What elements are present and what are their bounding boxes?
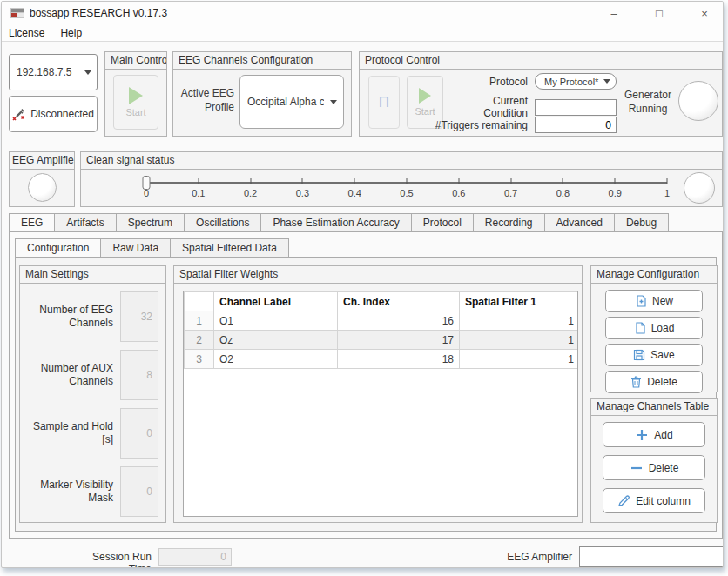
spatial-filter-cell[interactable]: 1 xyxy=(460,311,579,331)
new-button[interactable]: New xyxy=(605,290,703,312)
current-condition-field[interactable] xyxy=(535,99,617,116)
chevron-down-icon xyxy=(84,70,91,75)
slider-tick xyxy=(615,178,616,184)
eeg-tab-content: Configuration Raw Data Spatial Filtered … xyxy=(9,231,723,539)
eeg-channels-config-panel: EEG Channels Configuration Active EEG Pr… xyxy=(172,51,352,137)
spatial-filter-weights-title: Spatial Filter Weights xyxy=(174,266,582,284)
slider-tick xyxy=(667,178,668,184)
slider-tick-label: 1 xyxy=(664,188,670,198)
subtab-raw-data[interactable]: Raw Data xyxy=(101,238,171,258)
ip-address-combobox[interactable]: 192.168.7.5 xyxy=(9,54,98,90)
channel-label-header: Channel Label xyxy=(214,292,338,311)
tab-advanced[interactable]: Advanced xyxy=(545,213,615,232)
manage-configuration-title: Manage Configuration xyxy=(591,266,717,284)
slider-tick xyxy=(510,178,511,184)
protocol-dropdown-arrow[interactable] xyxy=(598,79,616,84)
eeg-amplifier-lamp xyxy=(28,173,57,202)
trigger-pulse-button[interactable]: Π xyxy=(368,76,400,129)
delete-row-button[interactable]: Delete xyxy=(603,455,705,480)
add-row-button[interactable]: Add xyxy=(603,422,705,447)
ch-index-cell[interactable]: 17 xyxy=(338,331,460,350)
spatial-filter-1-header: Spatial Filter 1 xyxy=(460,292,579,311)
ip-dropdown-arrow[interactable] xyxy=(78,55,97,90)
slider-tick-label: 0.4 xyxy=(348,188,361,198)
slider-tick-label: 0.2 xyxy=(244,188,257,198)
slider-tick-label: 0.1 xyxy=(192,188,205,198)
minimize-button[interactable]: – xyxy=(604,7,624,20)
eeg-channels-config-title: EEG Channels Configuration xyxy=(173,52,351,70)
play-icon xyxy=(129,87,143,104)
channel-label-cell[interactable]: O2 xyxy=(214,350,338,369)
tab-recording[interactable]: Recording xyxy=(474,213,545,232)
slider-tick xyxy=(563,178,563,184)
slider-knob[interactable] xyxy=(143,176,151,190)
close-button[interactable]: × xyxy=(695,7,714,20)
tab-protocol[interactable]: Protocol xyxy=(412,213,474,232)
tab-artifacts[interactable]: Artifacts xyxy=(55,213,116,232)
manage-configuration-panel: Manage Configuration New xyxy=(590,265,718,392)
chevron-down-icon xyxy=(330,100,337,104)
slider-tick-label: 0.5 xyxy=(400,188,413,198)
load-document-icon xyxy=(634,322,646,334)
table-header-row: Channel Label Ch. Index Spatial Filter 1 xyxy=(185,292,579,311)
row-number: 3 xyxy=(185,350,214,369)
slider-tick xyxy=(302,178,303,184)
channels-table: Channel Label Ch. Index Spatial Filter 1… xyxy=(183,291,578,517)
main-tab-group: EEG Artifacts Spectrum Oscillations Phas… xyxy=(9,213,723,539)
load-button[interactable]: Load xyxy=(605,317,703,339)
channel-label-cell[interactable]: O1 xyxy=(214,311,338,331)
chevron-down-icon xyxy=(603,79,610,84)
channel-label-cell[interactable]: Oz xyxy=(214,331,338,350)
sample-hold-field: 0 xyxy=(120,408,158,459)
load-button-label: Load xyxy=(651,322,675,334)
triggers-remaining-field[interactable] xyxy=(535,117,617,133)
tab-oscillations[interactable]: Oscillations xyxy=(185,213,261,232)
footer-eeg-amplifier-field[interactable] xyxy=(579,546,724,567)
edit-column-button[interactable]: Edit column xyxy=(603,488,705,513)
main-control-title: Main Control xyxy=(105,52,166,70)
new-document-icon xyxy=(635,295,647,307)
maximize-button[interactable]: □ xyxy=(650,7,669,20)
protocol-control-title: Protocol Control xyxy=(360,52,722,70)
app-icon xyxy=(10,8,24,18)
eeg-amplifier-title: EEG Amplifier xyxy=(10,152,74,170)
table-row: 1 O1 16 1 xyxy=(185,311,579,331)
profile-dropdown-arrow[interactable] xyxy=(324,76,343,128)
ch-index-cell[interactable]: 16 xyxy=(338,311,460,331)
plus-icon xyxy=(635,428,649,442)
title-bar: bossapp RESEARCH v0.17.3 – □ × xyxy=(2,2,723,24)
connection-status-label: Disconnected xyxy=(30,108,94,120)
tab-phase-estimation-accuracy[interactable]: Phase Estimation Accuracy xyxy=(261,213,411,232)
generator-running-label: Generator Running xyxy=(621,89,675,116)
ch-index-cell[interactable]: 18 xyxy=(338,350,460,369)
clean-signal-slider[interactable]: 0 0.1 0.2 0.3 0.4 0.5 0.6 0.7 0.8 0.9 1 xyxy=(146,170,667,206)
ch-index-header: Ch. Index xyxy=(338,292,460,311)
tab-debug[interactable]: Debug xyxy=(615,213,669,232)
main-start-button[interactable]: Start xyxy=(113,75,158,130)
protocol-control-panel: Protocol Control Π Start Protocol My Pro… xyxy=(359,51,723,137)
tab-eeg[interactable]: EEG xyxy=(9,213,55,232)
eeg-amplifier-panel: EEG Amplifier xyxy=(9,151,75,207)
save-button[interactable]: Save xyxy=(605,344,703,366)
num-eeg-channels-label: Number of EEG Channels xyxy=(25,304,120,330)
menu-license[interactable]: License xyxy=(7,27,46,39)
connection-status-button[interactable]: Disconnected xyxy=(9,96,98,132)
num-eeg-channels-field: 32 xyxy=(120,291,158,342)
pencil-icon xyxy=(617,494,630,507)
sub-tab-bar: Configuration Raw Data Spatial Filtered … xyxy=(15,238,289,258)
subtab-configuration[interactable]: Configuration xyxy=(15,238,101,258)
current-condition-label: Current Condition xyxy=(447,95,528,119)
tab-spectrum[interactable]: Spectrum xyxy=(117,213,185,232)
session-run-time-field xyxy=(158,548,232,566)
spatial-filter-cell[interactable]: 1 xyxy=(460,331,579,350)
save-icon xyxy=(633,349,645,361)
subtab-spatial-filtered-data[interactable]: Spatial Filtered Data xyxy=(171,238,289,258)
slider-tick-label: 0.7 xyxy=(504,188,517,198)
protocol-dropdown[interactable]: My Protocol* xyxy=(535,73,617,90)
delete-config-button[interactable]: Delete xyxy=(605,371,703,393)
active-eeg-profile-dropdown[interactable]: Occipital Alpha cl... xyxy=(239,75,344,129)
spatial-filter-cell[interactable]: 1 xyxy=(460,350,579,369)
menu-bar: License Help xyxy=(2,24,723,42)
main-settings-panel: Main Settings Number of EEG Channels 32 … xyxy=(19,265,166,523)
menu-help[interactable]: Help xyxy=(58,27,84,39)
